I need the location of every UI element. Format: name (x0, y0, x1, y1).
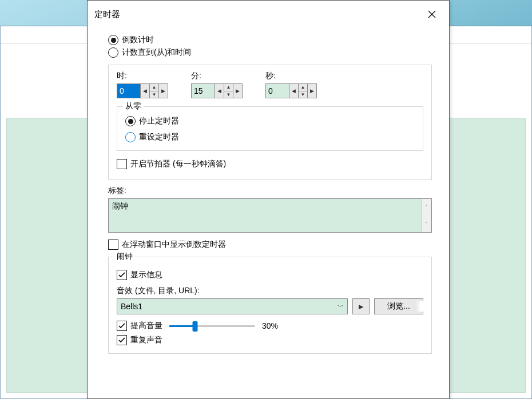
browse-button[interactable]: 浏览... (374, 298, 423, 314)
min-label: 分: (191, 71, 243, 81)
mode-countdown-row[interactable]: 倒数计时 (108, 35, 432, 45)
hour-up-button[interactable]: ▲ (150, 84, 158, 91)
stop-timer-label: 停止定时器 (139, 116, 179, 126)
close-button[interactable] (419, 2, 444, 27)
sound-select[interactable]: Bells1 ﹀ (117, 298, 348, 314)
radio-dot-icon (128, 119, 133, 124)
alarm-legend: 闹钟 (114, 252, 135, 262)
sec-spinner[interactable]: ◀ ▲ ▼ ▶ (265, 83, 317, 98)
mode-countdown-label: 倒数计时 (122, 35, 154, 45)
radio-dot-icon (111, 38, 116, 43)
slider-fill (169, 325, 195, 327)
boost-volume-label: 提高音量 (130, 321, 162, 331)
sec-dec-button[interactable]: ◀ (289, 84, 298, 98)
checkbox-repeat-sound[interactable] (117, 335, 127, 345)
mode-countto-label: 计数直到(从)和时间 (122, 47, 191, 58)
scroll-down-icon[interactable]: ˅ (422, 216, 431, 232)
show-float-label: 在浮动窗口中显示倒数定时器 (122, 240, 226, 250)
sec-inc-button[interactable]: ▶ (307, 84, 316, 98)
metronome-row[interactable]: 开启节拍器 (每一秒钟滴答) (117, 159, 423, 169)
min-spinner[interactable]: ◀ ▲ ▼ ▶ (191, 83, 243, 98)
min-down-button[interactable]: ▼ (224, 91, 233, 98)
min-dec-button[interactable]: ◀ (215, 84, 224, 98)
sound-label: 音效 (文件, 目录, URL): (117, 286, 423, 296)
dialog-content: 倒数计时 计数直到(从)和时间 时: ◀ ▲ ▼ ▶ (88, 28, 449, 358)
radio-reset-timer[interactable] (125, 132, 136, 142)
label-value[interactable]: 闹钟 (109, 199, 421, 232)
min-up-button[interactable]: ▲ (224, 84, 233, 91)
play-icon: ▶ (359, 303, 363, 310)
volume-percent: 30% (262, 321, 278, 330)
radio-countdown[interactable] (108, 35, 118, 45)
hour-input[interactable] (117, 84, 140, 98)
boost-volume-row[interactable]: 提高音量 (117, 321, 162, 331)
from-zero-stop-row[interactable]: 停止定时器 (125, 116, 415, 126)
reset-timer-label: 重设定时器 (139, 132, 179, 142)
repeat-sound-label: 重复声音 (130, 335, 162, 345)
alarm-group: 闹钟 显示信息 音效 (文件, 目录, URL): Bells1 ﹀ ▶ 浏览.… (108, 257, 432, 354)
sec-label: 秒: (265, 71, 317, 81)
radio-countto[interactable] (108, 47, 118, 58)
from-zero-legend: 从零 (123, 101, 144, 111)
checkbox-boost-volume[interactable] (117, 321, 127, 331)
label-scrollbar[interactable]: ˄ ˅ (421, 199, 431, 232)
dialog-title: 定时器 (94, 9, 419, 20)
min-inc-button[interactable]: ▶ (233, 84, 242, 98)
checkbox-show-float[interactable] (108, 240, 118, 250)
checkbox-show-info[interactable] (117, 270, 127, 280)
show-info-label: 显示信息 (130, 270, 162, 280)
hour-spinner[interactable]: ◀ ▲ ▼ ▶ (117, 83, 168, 98)
play-sound-button[interactable]: ▶ (352, 298, 370, 314)
radio-stop-timer[interactable] (125, 116, 136, 126)
timer-dialog: 定时器 倒数计时 计数直到(从)和时间 时: ◀ ▲ (87, 0, 450, 399)
label-section: 标签: 闹钟 ˄ ˅ (108, 186, 432, 233)
slider-thumb[interactable] (193, 321, 198, 332)
show-info-row[interactable]: 显示信息 (117, 270, 423, 280)
label-title: 标签: (108, 186, 432, 196)
hour-down-button[interactable]: ▼ (150, 91, 158, 98)
titlebar[interactable]: 定时器 (88, 1, 449, 28)
show-float-row[interactable]: 在浮动窗口中显示倒数定时器 (108, 240, 432, 250)
volume-slider[interactable] (169, 320, 255, 332)
sec-down-button[interactable]: ▼ (299, 91, 307, 98)
min-input[interactable] (192, 84, 215, 98)
sec-input[interactable] (266, 84, 289, 98)
scroll-up-icon[interactable]: ˄ (422, 199, 431, 216)
repeat-sound-row[interactable]: 重复声音 (117, 335, 423, 345)
checkbox-metronome[interactable] (117, 159, 127, 169)
from-zero-reset-row[interactable]: 重设定时器 (125, 132, 415, 142)
from-zero-group: 从零 停止定时器 重设定时器 (117, 106, 423, 151)
chevron-down-icon: ﹀ (338, 302, 344, 311)
browse-label: 浏览... (387, 301, 410, 312)
metronome-label: 开启节拍器 (每一秒钟滴答) (130, 159, 226, 169)
sec-up-button[interactable]: ▲ (299, 84, 307, 91)
close-icon (428, 10, 436, 18)
time-fieldset: 时: ◀ ▲ ▼ ▶ 分: ◀ (108, 65, 432, 180)
label-textarea[interactable]: 闹钟 ˄ ˅ (108, 198, 432, 233)
hour-inc-button[interactable]: ▶ (158, 84, 168, 98)
sound-value: Bells1 (121, 302, 142, 311)
mode-countto-row[interactable]: 计数直到(从)和时间 (108, 47, 432, 58)
hour-dec-button[interactable]: ◀ (140, 84, 149, 98)
hour-label: 时: (117, 71, 168, 81)
